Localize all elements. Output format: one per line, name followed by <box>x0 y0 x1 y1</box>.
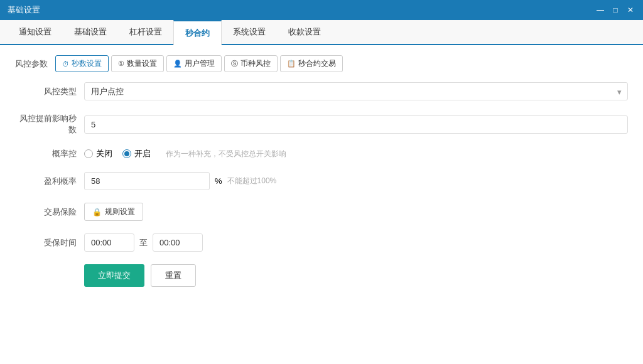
tab-system[interactable]: 系统设置 <box>222 20 277 44</box>
subtab-quantity-settings[interactable]: ① 数量设置 <box>111 55 164 72</box>
time-separator: 至 <box>139 237 148 249</box>
subtab-second-trade[interactable]: 📋 秒合约交易 <box>280 55 343 72</box>
radio-off-circle <box>84 149 93 158</box>
rule-btn-label: 规则设置 <box>105 206 135 217</box>
radio-off-item[interactable]: 关闭 <box>84 148 112 159</box>
lock-icon: 🔒 <box>92 208 102 217</box>
time-row: 受保时间 至 <box>15 233 628 252</box>
submit-button[interactable]: 立即提交 <box>84 264 144 287</box>
profit-unit: % <box>215 176 222 186</box>
radio-on-label: 开启 <box>134 148 151 159</box>
window-controls: — □ ✕ <box>595 5 635 15</box>
time-inputs: 至 <box>84 233 628 252</box>
reset-button[interactable]: 重置 <box>151 264 196 287</box>
minimize-button[interactable]: — <box>595 5 605 15</box>
title-bar: 基础设置 — □ ✕ <box>0 0 643 20</box>
insurance-label: 交易保险 <box>15 206 84 218</box>
window-title: 基础设置 <box>8 4 40 16</box>
insurance-row: 交易保险 🔒 规则设置 <box>15 203 628 221</box>
currency-icon: Ⓢ <box>231 59 238 68</box>
tab-notify[interactable]: 通知设置 <box>8 20 63 44</box>
risk-type-select[interactable]: 用户点控 自动风控 手动风控 <box>84 82 628 100</box>
subtab-currency-risk[interactable]: Ⓢ 币种风控 <box>224 55 278 72</box>
radio-note: 作为一种补充，不受风控总开关影响 <box>166 149 286 159</box>
probability-row: 概率控 关闭 开启 作为一种补充，不受风控总开关影响 <box>15 148 628 159</box>
subtab-row: 风控参数 ⏱ 秒数设置 ① 数量设置 👤 用户管理 Ⓢ 币种风控 <box>15 55 628 72</box>
maximize-button[interactable]: □ <box>610 5 620 15</box>
risk-seconds-input[interactable] <box>84 115 628 134</box>
risk-type-label: 风控类型 <box>15 86 84 97</box>
risk-type-control: 用户点控 自动风控 手动风控 <box>84 82 628 100</box>
profit-row: % 不能超过100% <box>84 172 628 190</box>
radio-on-item[interactable]: 开启 <box>122 148 151 159</box>
radio-group: 关闭 开启 作为一种补充，不受风控总开关影响 <box>84 148 628 159</box>
subtab-second-settings[interactable]: ⏱ 秒数设置 <box>55 55 109 72</box>
profit-rate-control: % 不能超过100% <box>84 172 628 190</box>
risk-seconds-control <box>84 115 628 134</box>
risk-type-row: 风控类型 用户点控 自动风控 手动风控 <box>15 82 628 100</box>
radio-on-circle <box>122 149 131 158</box>
clock-icon: ⏱ <box>62 60 69 68</box>
subtab-section-label: 风控参数 <box>15 58 48 70</box>
rule-settings-button[interactable]: 🔒 规则设置 <box>84 203 143 221</box>
time-control: 至 <box>84 233 628 252</box>
radio-off-label: 关闭 <box>96 148 112 159</box>
subtab-user-manage[interactable]: 👤 用户管理 <box>166 55 222 72</box>
action-buttons: 立即提交 重置 <box>84 264 628 287</box>
main-tab-bar: 通知设置 基础设置 杠杆设置 秒合约 系统设置 收款设置 <box>0 20 643 45</box>
profit-rate-row: 盈利概率 % 不能超过100% <box>15 172 628 190</box>
probability-label: 概率控 <box>15 148 84 159</box>
tab-basic[interactable]: 基础设置 <box>63 20 118 44</box>
profit-rate-label: 盈利概率 <box>15 176 84 187</box>
probability-control: 关闭 开启 作为一种补充，不受风控总开关影响 <box>84 148 628 159</box>
close-button[interactable]: ✕ <box>625 5 635 15</box>
content-area: 风控参数 ⏱ 秒数设置 ① 数量设置 👤 用户管理 Ⓢ 币种风控 <box>0 45 643 364</box>
tab-payment[interactable]: 收款设置 <box>277 20 332 44</box>
subtab-buttons: ⏱ 秒数设置 ① 数量设置 👤 用户管理 Ⓢ 币种风控 📋 秒合约交易 <box>55 55 343 72</box>
insurance-control: 🔒 规则设置 <box>84 203 628 221</box>
tab-lever[interactable]: 杠杆设置 <box>118 20 173 44</box>
time-to-input[interactable] <box>153 233 203 252</box>
time-label: 受保时间 <box>15 237 84 249</box>
risk-seconds-label: 风控提前影响秒数 <box>15 113 84 136</box>
main-window: 通知设置 基础设置 杠杆设置 秒合约 系统设置 收款设置 风控参数 ⏱ 秒数设置… <box>0 20 643 364</box>
tab-second[interactable]: 秒合约 <box>173 20 222 45</box>
time-from-input[interactable] <box>84 233 134 252</box>
doc-icon: 📋 <box>287 60 296 68</box>
user-icon: 👤 <box>173 60 182 68</box>
profit-rate-input[interactable] <box>84 172 210 190</box>
profit-hint: 不能超过100% <box>227 176 277 186</box>
risk-seconds-row: 风控提前影响秒数 <box>15 113 628 136</box>
number-icon: ① <box>118 60 124 68</box>
